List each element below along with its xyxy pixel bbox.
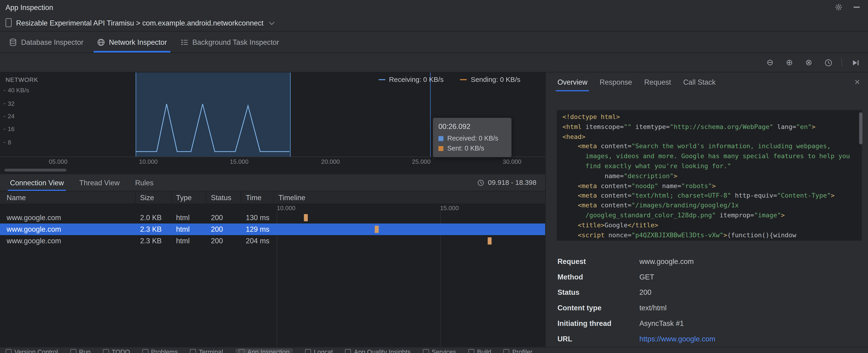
field-value: GET: [640, 273, 654, 282]
tab-label: Database Inspector: [21, 38, 84, 46]
cell-status: 200: [207, 214, 241, 222]
titlebar: App Inspection: [0, 0, 868, 14]
tab-response[interactable]: Response: [593, 72, 638, 91]
tab-connection-view[interactable]: Connection View: [2, 174, 72, 191]
minimize-icon[interactable]: [851, 2, 861, 12]
toolwindow-label: Build: [477, 349, 491, 353]
detail-field: MethodGET: [557, 273, 859, 282]
toolwindow-button[interactable]: App Inspection: [235, 349, 293, 353]
zoom-out-icon[interactable]: ⊖: [764, 56, 776, 68]
scrollbar-thumb[interactable]: [4, 169, 66, 171]
cell-timeline: [274, 235, 546, 247]
field-label: Request: [557, 257, 640, 266]
go-live-icon[interactable]: [849, 56, 861, 68]
toolwindow-icon: [503, 349, 509, 353]
toolwindow-button[interactable]: Profiler: [503, 349, 532, 353]
process-selector[interactable]: Resizable Experimental API Tiramisu > co…: [16, 19, 264, 27]
toolwindow-button[interactable]: Run: [70, 349, 91, 353]
table-row[interactable]: www.google.com2.3 KBhtml200129 ms: [0, 224, 545, 235]
close-icon[interactable]: ✕: [852, 76, 862, 87]
cell-type: html: [172, 237, 206, 245]
code-view[interactable]: <!doctype html><html itemscope="" itemty…: [557, 110, 862, 241]
col-header-status[interactable]: Status: [207, 191, 241, 203]
tab-call-stack[interactable]: Call Stack: [677, 72, 721, 91]
code-line: <meta content="text/html; charset=UTF-8"…: [562, 191, 862, 201]
toolwindow-label: TODO: [112, 349, 130, 353]
reset-zoom-icon[interactable]: ⊗: [803, 56, 815, 68]
tab-rules[interactable]: Rules: [127, 174, 161, 191]
toolwindow-button[interactable]: Build: [468, 349, 491, 353]
cell-time: 129 ms: [241, 225, 274, 233]
detail-tab-bar: Overview Response Request Call Stack ✕: [546, 72, 868, 91]
cell-name: www.google.com: [0, 237, 135, 245]
tab-database-inspector[interactable]: Database Inspector: [2, 32, 90, 53]
toolwindow-button[interactable]: App Quality Insights: [345, 349, 410, 353]
toolwindow-button[interactable]: TODO: [103, 349, 130, 353]
toolwindow-label: Problems: [151, 349, 178, 353]
toolwindow-label: Logcat: [314, 349, 333, 353]
code-scrollbar[interactable]: [859, 112, 862, 144]
tab-request[interactable]: Request: [638, 72, 677, 91]
time-range: 09.918 - 18.398: [477, 174, 536, 191]
network-panel: NETWORK Receiving: 0 KB/s Sending: 0 KB/…: [0, 72, 545, 347]
column-bar: [241, 204, 274, 213]
url-link[interactable]: https://www.google.com: [640, 335, 715, 344]
timeline-tick: 10.000: [277, 205, 296, 212]
request-timeline-marker: [488, 237, 492, 245]
settings-gear-icon[interactable]: [834, 2, 844, 12]
y-axis-tick: 8: [3, 139, 11, 146]
field-value: text/html: [640, 303, 666, 313]
field-label: URL: [557, 335, 640, 344]
toolwindow-label: Terminal: [199, 349, 223, 353]
connections-pane: Connection View Thread View Rules 09.918…: [0, 174, 545, 347]
chart-scrollbar-track: [0, 167, 545, 174]
toolwindow-button[interactable]: Version Control: [6, 349, 58, 353]
chevron-down-icon[interactable]: [269, 19, 275, 25]
clock-icon: [477, 179, 485, 186]
legend-receiving-label: Receiving: 0 KB/s: [389, 76, 443, 84]
timeline-tick: 15.000: [440, 205, 459, 212]
zoom-in-icon[interactable]: ⊕: [783, 56, 795, 68]
tab-overview[interactable]: Overview: [552, 72, 594, 91]
cell-size: 2.0 KB: [135, 214, 172, 222]
chart-tooltip: 00:26.092 Received: 0 KB/s Sent: 0 KB/s: [433, 118, 512, 157]
table-header: Name Size Type Status Time Timeline: [0, 191, 545, 204]
tab-background-task-inspector[interactable]: Background Task Inspector: [174, 32, 286, 53]
titlebar-actions: [834, 2, 861, 12]
cell-status: 200: [207, 237, 241, 245]
toolwindow-icon: [423, 349, 429, 353]
tab-thread-view[interactable]: Thread View: [71, 174, 127, 191]
toolbar-divider: [841, 58, 842, 67]
col-header-size[interactable]: Size: [135, 191, 172, 203]
zoom-to-selection-clock-icon[interactable]: [822, 56, 834, 68]
table-row[interactable]: www.google.com2.3 KBhtml200204 ms: [0, 235, 545, 247]
toolwindow-button[interactable]: Logcat: [305, 349, 333, 353]
cell-time: 204 ms: [241, 237, 274, 245]
legend-receiving: Receiving: 0 KB/s: [378, 76, 444, 84]
toolwindow-icon: [142, 349, 148, 353]
database-icon: [9, 38, 17, 46]
cell-size: 2.3 KB: [135, 237, 172, 245]
app-inspection-window: App Inspection Resizable Experimental AP…: [0, 0, 868, 353]
cell-timeline: [274, 224, 546, 235]
toolwindow-icon: [239, 349, 245, 353]
request-timeline-marker: [375, 226, 379, 233]
tooltip-sent-label: Sent: 0 KB/s: [447, 145, 484, 152]
toolwindow-button[interactable]: Services: [423, 349, 456, 353]
code-line: <script nonce="p4QZXBJIXBBwEl3Dts-vXw">(…: [562, 230, 862, 240]
table-row[interactable]: www.google.com2.0 KBhtml200130 ms: [0, 212, 545, 224]
col-header-timeline[interactable]: Timeline: [274, 191, 546, 203]
code-line: find exactly what you're looking for.": [562, 161, 862, 171]
cell-size: 2.3 KB: [135, 225, 172, 233]
col-header-name[interactable]: Name: [0, 191, 135, 203]
col-header-type[interactable]: Type: [172, 191, 206, 203]
col-header-time[interactable]: Time: [241, 191, 274, 203]
tab-network-inspector[interactable]: Network Inspector: [90, 32, 174, 53]
toolwindow-button[interactable]: Problems: [142, 349, 178, 353]
code-line: <meta content="noodp" name="robots">: [562, 181, 862, 191]
network-globe-icon: [97, 38, 105, 46]
chart-title: NETWORK: [6, 76, 38, 83]
network-chart[interactable]: NETWORK Receiving: 0 KB/s Sending: 0 KB/…: [0, 72, 545, 157]
cell-name: www.google.com: [0, 225, 135, 233]
toolwindow-button[interactable]: Terminal: [190, 349, 223, 353]
